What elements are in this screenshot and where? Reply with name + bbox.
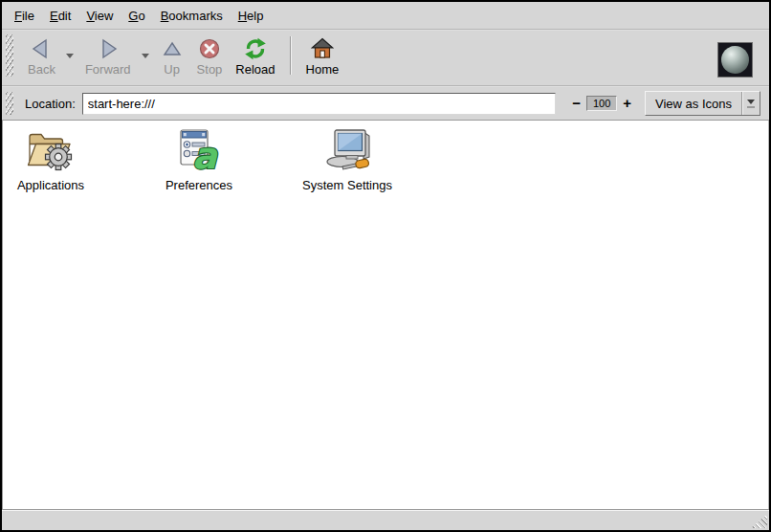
zoom-in-button[interactable]: + bbox=[620, 96, 634, 111]
icon-applications[interactable]: Applications bbox=[3, 128, 99, 192]
view-as-dropdown[interactable]: View as Icons bbox=[645, 91, 760, 116]
stop-label: Stop bbox=[197, 62, 223, 77]
home-label: Home bbox=[306, 62, 340, 77]
system-settings-monitor-screwdriver-icon bbox=[321, 128, 373, 175]
reload-button[interactable]: Reload bbox=[229, 34, 281, 78]
applications-folder-gear-icon bbox=[27, 128, 75, 175]
icon-preferences[interactable]: a Preferences bbox=[151, 128, 247, 192]
reload-icon bbox=[244, 36, 267, 61]
chevron-down-icon bbox=[142, 54, 149, 58]
location-bar-grip-handle[interactable] bbox=[6, 92, 13, 115]
menu-help[interactable]: Help bbox=[231, 4, 272, 28]
forward-label: Forward bbox=[85, 62, 131, 77]
menu-bar: File Edit View Go Bookmarks Help bbox=[2, 2, 769, 29]
globe-icon bbox=[721, 46, 749, 74]
throbber bbox=[717, 42, 753, 78]
back-button[interactable]: Back bbox=[21, 34, 62, 78]
zoom-out-button[interactable]: − bbox=[569, 96, 584, 111]
svg-text:a: a bbox=[192, 135, 218, 172]
back-label: Back bbox=[28, 62, 55, 77]
location-input[interactable] bbox=[82, 93, 556, 115]
forward-history-dropdown-button[interactable] bbox=[138, 54, 154, 58]
menu-file[interactable]: File bbox=[7, 4, 42, 28]
up-icon bbox=[161, 36, 184, 61]
stop-icon bbox=[198, 36, 221, 61]
forward-icon bbox=[97, 36, 120, 61]
menu-edit[interactable]: Edit bbox=[42, 4, 78, 28]
status-bar bbox=[2, 509, 769, 530]
icon-label: Preferences bbox=[165, 178, 232, 192]
icon-system-settings[interactable]: System Settings bbox=[299, 128, 395, 192]
icon-label: Applications bbox=[17, 178, 84, 192]
forward-button[interactable]: Forward bbox=[78, 34, 138, 78]
home-button[interactable]: Home bbox=[299, 34, 346, 78]
icon-label: System Settings bbox=[302, 178, 392, 192]
zoom-level-indicator: 100 bbox=[586, 96, 617, 111]
location-bar: Location: − 100 + View as Icons bbox=[2, 87, 769, 120]
menu-bookmarks[interactable]: Bookmarks bbox=[153, 4, 231, 28]
toolbar-grip-handle[interactable] bbox=[6, 34, 13, 77]
menu-go[interactable]: Go bbox=[121, 4, 152, 28]
reload-label: Reload bbox=[235, 62, 275, 77]
file-manager-window: File Edit View Go Bookmarks Help Back Fo… bbox=[0, 0, 771, 532]
location-label: Location: bbox=[25, 97, 76, 111]
icon-view[interactable]: Applications a Preferences bbox=[2, 120, 769, 509]
dropdown-arrow-icon bbox=[741, 92, 760, 115]
toolbar-separator bbox=[290, 36, 292, 75]
up-label: Up bbox=[164, 62, 180, 77]
menu-view[interactable]: View bbox=[78, 4, 121, 28]
resize-grip[interactable] bbox=[751, 514, 767, 528]
back-icon bbox=[30, 36, 53, 61]
home-icon bbox=[311, 36, 334, 61]
toolbar: Back Forward Up bbox=[2, 31, 769, 85]
chevron-down-icon bbox=[66, 54, 74, 58]
up-button[interactable]: Up bbox=[154, 34, 190, 78]
preferences-capplet-icon: a bbox=[177, 128, 221, 175]
stop-button[interactable]: Stop bbox=[190, 34, 230, 78]
status-text bbox=[2, 508, 17, 527]
view-as-label: View as Icons bbox=[646, 97, 741, 111]
back-history-dropdown-button[interactable] bbox=[62, 54, 78, 58]
